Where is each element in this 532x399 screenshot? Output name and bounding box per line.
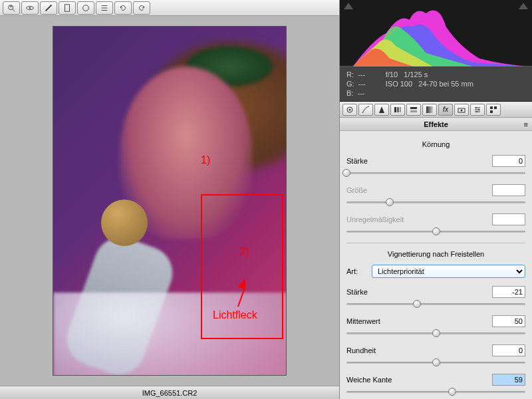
grain-strength-label: Stärke	[346, 157, 413, 165]
tab-grad[interactable]	[422, 104, 437, 116]
brush-tool[interactable]	[40, 1, 57, 15]
svg-point-26	[478, 109, 479, 110]
tab-hsl[interactable]	[390, 104, 405, 116]
annotation-1: 1)	[201, 154, 210, 166]
vignette-midpoint-label: Mittenwert	[346, 317, 413, 325]
tab-split[interactable]	[406, 104, 421, 116]
panel-tabs: fx	[340, 102, 532, 118]
grain-irreg-label: Unregelmäßigkeit	[346, 215, 413, 223]
grain-size-slider	[346, 198, 525, 207]
svg-line-5	[46, 6, 51, 11]
grain-size-label: Größe	[346, 186, 413, 194]
tab-lens[interactable]	[342, 104, 357, 116]
vignette-feather-slider[interactable]	[346, 387, 525, 396]
grain-irreg-slider	[346, 227, 525, 236]
vignette-strength-label: Stärke	[346, 288, 413, 296]
filename: IMG_66551.CR2	[142, 389, 198, 397]
histogram[interactable]	[340, 0, 532, 66]
grain-strength-input[interactable]	[492, 155, 525, 167]
svg-text:+: +	[9, 3, 13, 10]
list-tool[interactable]	[96, 1, 113, 15]
svg-rect-29	[494, 106, 497, 109]
vignette-title: Vignettierung nach Freistellen	[346, 250, 525, 258]
tab-presets[interactable]	[486, 104, 501, 116]
vignette-strength-input[interactable]	[492, 286, 525, 298]
eye-tool[interactable]	[21, 1, 39, 15]
svg-rect-16	[400, 107, 401, 112]
svg-point-21	[461, 109, 463, 111]
vignette-feather-input[interactable]	[492, 374, 525, 386]
vignette-strength-slider[interactable]	[346, 299, 525, 309]
vignette-round-slider[interactable]	[346, 358, 525, 367]
filename-bar: IMG_66551.CR2	[0, 386, 339, 399]
vignette-type-label: Art:	[346, 267, 366, 275]
svg-rect-14	[394, 107, 396, 112]
photo-preview: 1) 2) Lichtfleck	[53, 26, 287, 376]
svg-rect-7	[65, 4, 70, 11]
svg-rect-28	[490, 106, 493, 109]
metadata-bar: R: --- G: --- B: --- f/10 1/125 s ISO 10…	[340, 66, 532, 102]
vignette-round-input[interactable]	[492, 344, 525, 356]
svg-line-1	[13, 9, 15, 11]
vignette-round-label: Rundheit	[346, 346, 413, 354]
annotation-2: 2)	[239, 246, 249, 258]
panel-menu-icon[interactable]: ≡	[524, 120, 528, 128]
svg-point-6	[50, 5, 52, 7]
grain-size-input	[492, 184, 525, 196]
circle-tool[interactable]	[77, 1, 94, 15]
rotate-cw-tool[interactable]	[133, 1, 150, 15]
rotate-ccw-tool[interactable]	[114, 1, 132, 15]
grain-strength-slider[interactable]	[346, 168, 525, 178]
vignette-feather-label: Weiche Kante	[346, 376, 413, 384]
effects-panel: Körnung Stärke Größe Unregelmäßigkeit Vi…	[340, 131, 532, 399]
grain-title: Körnung	[346, 140, 525, 148]
svg-rect-19	[426, 106, 433, 113]
vignette-midpoint-input[interactable]	[492, 315, 525, 327]
svg-point-8	[83, 5, 89, 11]
vignette-type-select[interactable]: Lichterpriorität	[372, 265, 525, 278]
canvas[interactable]: 1) 2) Lichtfleck	[0, 16, 339, 386]
page-tool[interactable]	[59, 1, 76, 15]
svg-point-13	[349, 108, 351, 110]
svg-rect-17	[410, 107, 417, 109]
svg-point-4	[29, 7, 31, 9]
svg-point-25	[475, 107, 477, 108]
zoom-tool[interactable]: +	[3, 1, 20, 15]
vignette-midpoint-slider[interactable]	[346, 329, 525, 338]
grain-irreg-input	[492, 213, 525, 225]
tab-sharpen[interactable]	[374, 104, 389, 116]
panel-title: Effekte	[424, 120, 448, 128]
svg-rect-18	[410, 110, 417, 112]
svg-point-27	[476, 111, 477, 112]
svg-rect-15	[397, 107, 399, 112]
svg-rect-30	[490, 110, 493, 113]
panel-title-bar: Effekte ≡	[340, 118, 532, 131]
tab-fx[interactable]: fx	[438, 104, 453, 116]
annotation-lichtfleck: Lichtfleck	[213, 309, 257, 321]
left-toolbar: +	[0, 0, 339, 16]
tab-camera[interactable]	[454, 104, 469, 116]
tab-curve[interactable]	[358, 104, 373, 116]
tab-sliders[interactable]	[470, 104, 485, 116]
